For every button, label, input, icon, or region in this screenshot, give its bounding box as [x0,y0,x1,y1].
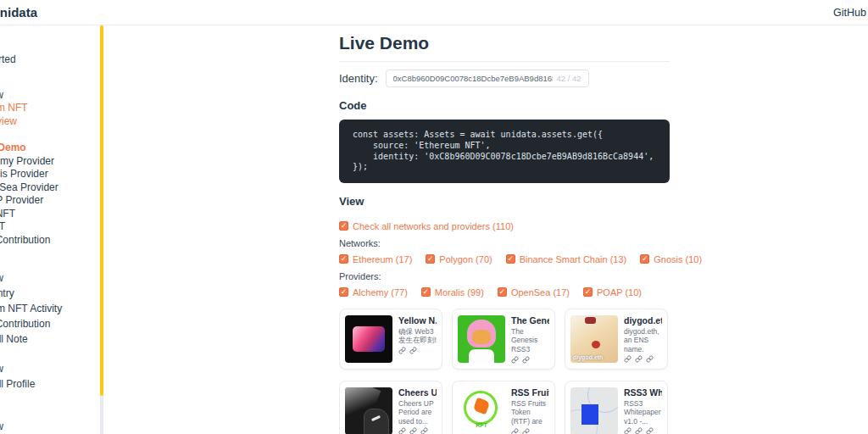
card-description: 确保 Web3 发生在即刻! [398,327,437,345]
card-links [624,427,662,434]
card-links [511,356,549,364]
sidebar-item-crossbell-profile[interactable]: Crossbell Profile [0,376,102,392]
checkbox-label: POAP (10) [597,287,642,298]
link-icon[interactable] [398,347,406,354]
card-description: The Genesis RSS3 Avatar NFT is a... [511,327,549,354]
card-description: RSS3 Whitepaper v1.0 -... [624,399,662,426]
link-icon[interactable] [522,356,530,364]
card-body: RSS3 Whi...RSS3 Whitepaper v1.0 -... [624,387,662,434]
checkbox-gnosis-10[interactable]: ✓Gnosis (10) [640,253,702,265]
link-icon[interactable] [420,427,428,434]
link-icon[interactable] [409,347,417,354]
checkbox-label: Alchemy (77) [353,287,408,298]
sidebar-section: OverviewCrossbell Profile [0,361,102,392]
top-navbar: Unidata GitHub [0,0,868,25]
asset-card-yellow-n: Yellow N...确保 Web3 发生在即刻! [339,309,442,370]
asset-card-the-gene: The Gene...The Genesis RSS3 Avatar NFT i… [452,309,555,370]
identity-input[interactable] [393,74,554,83]
identity-row: Identity: 42 / 42 [339,70,670,87]
checkbox-check-icon: ✓ [421,287,431,297]
checkbox-alchemy-77[interactable]: ✓Alchemy (77) [339,287,408,298]
sidebar-item-opensea-provider[interactable]: OpenSea Provider [0,181,102,195]
checkbox-moralis-99[interactable]: ✓Moralis (99) [421,287,484,298]
link-icon[interactable] [511,428,519,434]
code-heading: Code [339,99,670,112]
rss3-whitepaper-image [570,387,618,434]
card-body: diygod.ethdiygod.eth, an ENS name. [624,315,662,363]
sidebar-item-gitcoin-contribution[interactable]: Gitcoin Contribution [0,234,102,248]
link-icon[interactable] [635,355,643,363]
link-icon[interactable] [511,356,519,364]
sidebar-item-overview[interactable]: Overview [0,115,102,129]
link-icon[interactable] [409,427,417,434]
sidebar-item-moralis-provider[interactable]: Moralis Provider [0,168,102,181]
github-link[interactable]: GitHub [833,0,866,25]
sidebar-item-solana-nft[interactable]: Solana NFT [0,208,102,221]
checkbox-poap-10[interactable]: ✓POAP (10) [583,287,642,298]
link-icon[interactable] [635,427,643,434]
card-body: RSS Fruit ...RSS Fruits Token (RTF) are … [511,387,549,434]
view-heading: View [339,195,670,208]
sidebar-item-overview[interactable]: Overview [0,89,102,103]
card-description: Cheers UP Period are used to... [398,399,437,426]
checkbox-binance-smart-chain-13[interactable]: ✓Binance Smart Chain (13) [506,253,627,265]
checkbox-check-icon: ✓ [339,221,348,231]
identity-input-box: 42 / 42 [386,70,589,87]
asset-card-rss3-whi: RSS3 Whi...RSS3 Whitepaper v1.0 -... [565,381,668,434]
asset-card-grid: Yellow N...确保 Web3 发生在即刻!The Gene...The … [339,309,670,434]
sidebar-nav: Getting StartedOverviewEthereum NFTOverv… [0,25,102,434]
sidebar-section: OverviewMirror EntryEthereum NFT Activit… [0,270,102,347]
identity-label: Identity: [339,72,378,85]
card-title: Yellow N... [398,315,437,326]
link-icon[interactable] [624,355,632,363]
sidebar-section: Getting Started [0,53,102,67]
sidebar-item-mirror-entry[interactable]: Mirror Entry [0,286,102,301]
sidebar-item-crossbell-note[interactable]: Crossbell Note [0,331,102,347]
link-icon[interactable] [398,427,406,434]
card-body: The Gene...The Genesis RSS3 Avatar NFT i… [511,315,549,363]
checkbox-ethereum-17[interactable]: ✓Ethereum (17) [339,253,412,265]
sidebar-item-overview[interactable]: Overview [0,361,102,376]
checkbox-check-icon: ✓ [498,287,507,297]
genesis-avatar-image [458,315,505,363]
sidebar-item-alchemy-provider[interactable]: Alchemy Provider [0,155,102,169]
page-title: Live Demo [339,33,670,62]
checkbox-check-icon: ✓ [339,254,348,264]
sidebar-item-live-demo[interactable]: Live Demo [0,142,102,155]
cheers-up-image [345,387,392,434]
link-icon[interactable] [624,427,632,434]
checkbox-label: Check all networks and providers (110) [353,220,514,232]
rss-fruit-image: RFT [458,387,505,434]
checkbox-polygon-70[interactable]: ✓Polygon (70) [426,253,492,265]
card-links [398,427,437,434]
logo[interactable]: Unidata [0,0,37,25]
link-icon[interactable] [522,428,530,434]
checkbox-check-icon: ✓ [339,287,348,297]
sidebar-item-ethereum-nft[interactable]: Ethereum NFT [0,102,102,115]
card-description: diygod.eth, an ENS name. [624,327,662,354]
sidebar-item-getting-started[interactable]: Getting Started [0,53,102,67]
sidebar-item-ethereum-nft-activity[interactable]: Ethereum NFT Activity [0,301,102,316]
sidebar-scrollbar-thumb[interactable] [100,25,103,396]
link-icon[interactable] [646,427,654,434]
sidebar-item-flow-nft[interactable]: Flow NFT [0,220,102,234]
sidebar-item-poap-provider[interactable]: POAP Provider [0,194,102,208]
image-overlay-text: diygod.eth [573,354,603,360]
sidebar-section: Live DemoAlchemy ProviderMoralis Provide… [0,142,102,247]
networks-label: Networks: [339,237,670,249]
card-title: RSS3 Whi... [624,387,662,398]
checkbox-check-all-networks-and-providers-110[interactable]: ✓Check all networks and providers (110) [339,220,514,232]
link-icon[interactable] [646,355,654,363]
asset-card-cheers-u: Cheers U...Cheers UP Period are used to.… [339,381,442,434]
yellow-card-image [345,315,392,363]
card-title: Cheers U... [398,387,437,398]
providers-label: Providers: [339,270,670,282]
checkbox-label: Gnosis (10) [654,253,702,265]
card-title: diygod.eth [624,315,662,326]
sidebar-item-gitcoin-contribution[interactable]: Gitcoin Contribution [0,316,102,331]
sidebar-item-overview[interactable]: Overview [0,270,102,286]
checkbox-opensea-17[interactable]: ✓OpenSea (17) [498,287,570,298]
sidebar-item-overview[interactable]: Overview [0,419,102,434]
card-body: Yellow N...确保 Web3 发生在即刻! [398,315,437,363]
checkbox-label: Polygon (70) [439,253,492,265]
